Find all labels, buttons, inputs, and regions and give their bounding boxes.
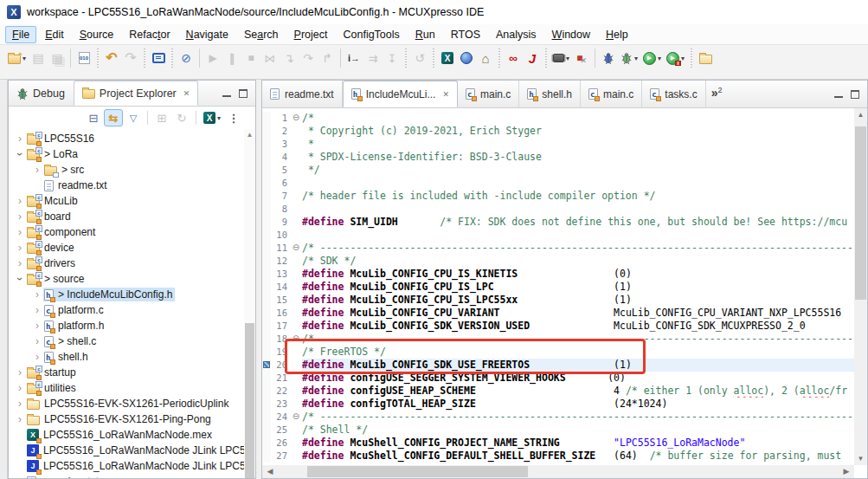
tree-item-shell-h[interactable]: ›hshell.h: [9, 349, 244, 365]
fold-minus-icon[interactable]: ⊖: [290, 333, 302, 346]
menu-configtools[interactable]: ConfigTools: [336, 26, 406, 43]
memory-button[interactable]: [550, 48, 572, 68]
menu-run[interactable]: Run: [408, 26, 442, 43]
tab-overflow-indicator[interactable]: »2: [706, 81, 728, 107]
code-line-27[interactable]: 27#define McuShell_CONFIG_DEFAULT_SHELL_…: [262, 450, 854, 463]
view-tab-debug[interactable]: Debug: [9, 81, 74, 106]
instruction-stepping-button[interactable]: i→: [344, 48, 363, 68]
open-resource-button[interactable]: [696, 48, 715, 68]
tree-item-lpc55s16[interactable]: ›cLPC55S16: [9, 131, 244, 146]
chevron-right-icon[interactable]: ›: [14, 398, 26, 409]
code-line-12[interactable]: 12/* SDK */: [262, 255, 854, 268]
mcux-quick-menu-button[interactable]: X: [201, 109, 223, 126]
new-wizard-button[interactable]: ✦: [5, 48, 29, 68]
tree-item-platform-h[interactable]: ›hplatform.h: [9, 318, 244, 333]
terminate-and-remove-button[interactable]: ■✕: [572, 48, 591, 68]
chevron-right-icon[interactable]: ›: [14, 211, 26, 222]
view-tab-project-explorer[interactable]: Project Explorer✕: [74, 81, 198, 106]
view-menu-button[interactable]: ⋮: [224, 109, 243, 126]
code-line-7[interactable]: 7/* header file is included with -includ…: [262, 190, 854, 203]
code-line-16[interactable]: 16#define McuLib_CONFIG_CPU_VARIANT McuL…: [262, 307, 854, 320]
console-button[interactable]: [149, 48, 168, 68]
code-line-14[interactable]: 14#define McuLib_CONFIG_CPU_IS_LPC (1): [262, 281, 854, 294]
tree-item-lpc55s16-lorawanmacnode-jlink-lpc55[interactable]: JLPC55S16_LoRaWanMacNode JLink LPC55: [9, 458, 244, 474]
horizontal-scrollbar-thumb[interactable]: [307, 466, 528, 477]
chevron-right-icon[interactable]: ›: [31, 352, 43, 362]
fold-minus-icon[interactable]: ⊖: [290, 411, 302, 424]
chevron-right-icon[interactable]: ›: [14, 383, 26, 393]
tree-item-shell-c[interactable]: ›c> shell.c: [9, 333, 244, 349]
fold-minus-icon[interactable]: ⊖: [290, 242, 302, 255]
editor-horizontal-scrollbar[interactable]: ◀ ▶: [262, 465, 854, 478]
chevron-right-icon[interactable]: ›: [14, 258, 26, 269]
tree-item-lora[interactable]: ›c> LoRa: [9, 146, 244, 162]
code-line-22[interactable]: 22#define configUSE_HEAP_SCHEME 4 /* eit…: [262, 385, 854, 398]
code-line-5[interactable]: 5 */: [262, 164, 854, 177]
tree-item-src[interactable]: ›> src: [9, 162, 244, 178]
editor-vertical-scrollbar[interactable]: ▲ ▼: [854, 108, 867, 465]
code-line-15[interactable]: 15#define McuLib_CONFIG_CPU_IS_LPC55xx (…: [262, 294, 854, 307]
tree-item-drivers[interactable]: ›cdrivers: [9, 256, 244, 271]
menu-window[interactable]: Window: [545, 26, 597, 43]
code-line-13[interactable]: 13#define McuLib_CONFIG_CPU_IS_KINETIS (…: [262, 268, 854, 281]
editor-tab-includemculi[interactable]: hIncludeMcuLi...✕: [343, 81, 458, 107]
tree-item-lpc55s16-lorawanmacnode-mex[interactable]: XLPC55S16_LoRaWanMacNode.mex: [9, 427, 244, 443]
code-line-2[interactable]: 2 * Copyright (c) 2019-2021, Erich Styge…: [262, 125, 854, 138]
tree-item-mculib[interactable]: ›cMcuLib: [9, 193, 244, 209]
chevron-right-icon[interactable]: ›: [31, 165, 43, 175]
explorer-scrollbar-thumb[interactable]: [245, 323, 254, 478]
code-line-25[interactable]: 25/* Shell */: [262, 424, 854, 437]
chevron-right-icon[interactable]: ›: [14, 133, 26, 144]
scroll-up-icon[interactable]: ▲: [854, 111, 867, 119]
menu-help[interactable]: Help: [599, 26, 635, 43]
menu-refactor[interactable]: Refactor: [122, 26, 177, 43]
maximize-button[interactable]: [851, 90, 859, 99]
menu-rtos[interactable]: RTOS: [444, 26, 487, 43]
chevron-right-icon[interactable]: ›: [31, 305, 43, 315]
chevron-down-icon[interactable]: ›: [15, 148, 25, 160]
tree-item-readme-txt[interactable]: readme.txt: [9, 178, 244, 193]
code-line-8[interactable]: 8: [262, 203, 854, 216]
vertical-scrollbar-thumb[interactable]: [855, 126, 866, 300]
tree-item-utilities[interactable]: ›cutilities: [9, 380, 244, 396]
scroll-up-icon[interactable]: ▲: [244, 131, 255, 139]
link-server-button[interactable]: ∞: [504, 48, 523, 68]
code-line-11[interactable]: 11⊖/* ----------------------------------…: [262, 242, 854, 255]
code-line-4[interactable]: 4 * SPDX-License-Identifier: BSD-3-Claus…: [262, 151, 854, 164]
chevron-right-icon[interactable]: ›: [14, 196, 26, 206]
chevron-right-icon[interactable]: ›: [14, 367, 26, 378]
link-with-editor-button[interactable]: ⇆: [104, 109, 123, 126]
mcuxpresso-ide-button[interactable]: X: [438, 48, 457, 68]
debug-as-button[interactable]: [618, 48, 640, 68]
tree-item-readme-txt[interactable]: > readme.txt: [9, 474, 244, 478]
code-line-17[interactable]: 17#define McuLib_CONFIG_SDK_VERSION_USED…: [262, 320, 854, 333]
maximize-button[interactable]: [239, 89, 248, 98]
editor-tab-tasks-c[interactable]: ctasks.c: [642, 81, 705, 107]
menu-edit[interactable]: Edit: [38, 26, 71, 43]
menu-file[interactable]: File: [5, 26, 36, 43]
explorer-scrollbar[interactable]: ▲: [244, 129, 255, 478]
tree-item-startup[interactable]: ›cstartup: [9, 365, 244, 380]
tree-item-platform-c[interactable]: ›cplatform.c: [9, 302, 244, 318]
tree-item-component[interactable]: ›ccomponent: [9, 224, 244, 240]
tree-item-lpc55s16-lorawanmacnode-jlink-lpc55[interactable]: JLPC55S16_LoRaWanMacNode JLink LPC55: [9, 443, 244, 458]
code-line-26[interactable]: 26#define McuShell_CONFIG_PROJECT_NAME_S…: [262, 437, 854, 450]
code-line-3[interactable]: 3 *: [262, 138, 854, 151]
minimize-button[interactable]: [834, 91, 843, 98]
scroll-down-icon[interactable]: ▼: [854, 455, 867, 463]
collapse-all-button[interactable]: ⊟: [84, 109, 103, 126]
editor-tab-shell-h[interactable]: hshell.h: [519, 81, 581, 107]
code-line-20[interactable]: 20#define McuLib_CONFIG_SDK_USE_FREERTOS…: [262, 359, 854, 372]
code-line-9[interactable]: 9#define SIM_UIDH /* FIX: SDK does not d…: [262, 216, 854, 229]
editor-tab-main-c[interactable]: cmain.c: [581, 81, 642, 107]
code-line-19[interactable]: 19/* FreeRTOS */: [262, 346, 854, 359]
fold-minus-icon[interactable]: ⊖: [290, 112, 302, 125]
minimize-button[interactable]: [222, 90, 231, 97]
tree-item-includemculibconfig-h[interactable]: ›h> IncludeMcuLibConfig.h: [9, 287, 244, 302]
chevron-right-icon[interactable]: ›: [14, 243, 26, 253]
jlink-button[interactable]: J: [523, 48, 542, 68]
profile-as-button[interactable]: ▶: [664, 48, 687, 68]
code-line-24[interactable]: 24⊖/* ----------------------------------…: [262, 411, 854, 424]
code-line-1[interactable]: 1⊖/*: [262, 112, 854, 125]
code-line-6[interactable]: 6: [262, 177, 854, 190]
